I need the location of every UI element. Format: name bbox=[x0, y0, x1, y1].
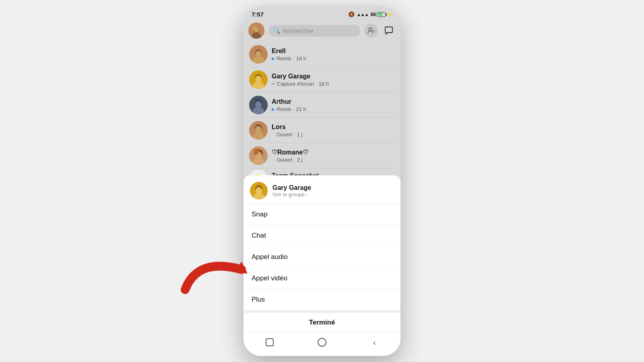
signal-icon: ▲▲▲ bbox=[357, 12, 369, 17]
opened-icon-romane: ▷ bbox=[272, 157, 275, 162]
screenshot-icon-gary: ✂ bbox=[272, 81, 275, 86]
svg-point-11 bbox=[256, 51, 261, 57]
contact-item-erell[interactable]: Erell ▶ Remis · 18 h bbox=[244, 42, 400, 67]
bottom-sheet: Gary Garage Voir le groupe › Snap Chat A… bbox=[244, 175, 400, 356]
sheet-username: Gary Garage bbox=[272, 184, 394, 191]
sheet-avatar-gary bbox=[250, 182, 268, 200]
avatar-erell bbox=[249, 45, 268, 64]
my-avatar[interactable] bbox=[248, 23, 264, 39]
sheet-menu-item-chat[interactable]: Chat bbox=[244, 225, 400, 247]
my-avatar-image bbox=[248, 23, 264, 39]
contact-time-erell: 18 h bbox=[296, 56, 306, 62]
battery-percent: 66 bbox=[371, 12, 376, 17]
nav-square-button[interactable] bbox=[264, 337, 275, 348]
avatar-lors-image bbox=[249, 121, 268, 140]
dot-sep-erell: · bbox=[293, 56, 295, 62]
sheet-done-label: Terminé bbox=[309, 319, 335, 326]
opened-icon-lors: ▷ bbox=[272, 132, 275, 137]
main-content: 🔍 Rechercher bbox=[244, 19, 400, 356]
sheet-header: Gary Garage Voir le groupe › bbox=[244, 175, 400, 204]
avatar-lors bbox=[249, 121, 268, 140]
sheet-menu-item-audio-call[interactable]: Appel audio bbox=[244, 247, 400, 268]
dot-sep-arthur: · bbox=[293, 106, 295, 112]
contact-info-lors: Lors ▷ Ouvert · 1 j bbox=[272, 123, 395, 138]
sheet-menu-label-more: Plus bbox=[252, 296, 265, 303]
battery-indicator: 66 ⚡ bbox=[371, 12, 392, 17]
battery-fill bbox=[378, 13, 382, 16]
sheet-menu-item-snap[interactable]: Snap bbox=[244, 204, 400, 225]
nav-back-button[interactable]: ‹ bbox=[369, 337, 380, 348]
status-time: 7:57 bbox=[252, 11, 264, 18]
contact-status-gary: Capture d'écran bbox=[277, 81, 314, 87]
dot-sep-gary: · bbox=[316, 81, 317, 87]
status-icons: 🔕 ▲▲▲ 66 ⚡ bbox=[348, 11, 392, 17]
dot-sep-lors: · bbox=[294, 132, 295, 138]
nav-home-button[interactable] bbox=[316, 337, 328, 348]
contact-time-arthur: 21 h bbox=[296, 106, 306, 112]
contact-item-lors[interactable]: Lors ▷ Ouvert · 1 j bbox=[244, 118, 400, 143]
sheet-menu-item-more[interactable]: Plus bbox=[244, 289, 400, 311]
avatar-arthur-image bbox=[249, 96, 268, 114]
contact-info-erell: Erell ▶ Remis · 18 h bbox=[272, 47, 395, 62]
search-icon: 🔍 bbox=[273, 27, 280, 34]
home-icon bbox=[318, 338, 326, 347]
sent-icon-arthur: ▶ bbox=[272, 107, 275, 112]
sheet-done-button[interactable]: Terminé bbox=[244, 311, 400, 332]
contact-info-romane: ♡Romane♡ ▷ Ouvert · 2 j bbox=[272, 148, 395, 163]
search-placeholder: Rechercher bbox=[283, 27, 355, 34]
contact-sub-lors: ▷ Ouvert · 1 j bbox=[272, 132, 395, 138]
contact-item-arthur[interactable]: Arthur ▶ Remis · 21 h bbox=[244, 93, 400, 117]
sheet-menu-item-video-call[interactable]: Appel vidéo bbox=[244, 268, 400, 289]
contact-status-arthur: Remis bbox=[277, 106, 291, 112]
contact-item-romane[interactable]: ♡Romane♡ ▷ Ouvert · 2 j bbox=[244, 143, 400, 168]
contact-time-romane: 2 j bbox=[297, 157, 303, 163]
status-bar: 7:57 🔕 ▲▲▲ 66 ⚡ bbox=[244, 6, 400, 19]
svg-point-6 bbox=[369, 28, 372, 31]
contact-time-gary: 18 h bbox=[319, 81, 329, 87]
sheet-user-info: Gary Garage Voir le groupe › bbox=[272, 184, 394, 197]
sheet-menu-label-snap: Snap bbox=[252, 210, 268, 218]
contact-name-erell: Erell bbox=[272, 47, 395, 55]
contact-status-erell: Remis bbox=[277, 56, 291, 62]
avatar-arthur bbox=[249, 96, 268, 114]
avatar-gary-image bbox=[249, 70, 268, 89]
contact-name-romane: ♡Romane♡ bbox=[272, 148, 395, 156]
chevron-right-icon: › bbox=[306, 191, 308, 197]
avatar-erell-image bbox=[249, 45, 268, 64]
dot-sep-romane: · bbox=[294, 157, 295, 163]
sheet-group-link[interactable]: Voir le groupe › bbox=[272, 191, 394, 197]
bell-icon: 🔕 bbox=[348, 11, 355, 17]
contact-list: Erell ▶ Remis · 18 h bbox=[244, 42, 400, 189]
contact-status-romane: Ouvert bbox=[277, 157, 292, 163]
contact-name-gary: Gary Garage bbox=[272, 73, 395, 80]
battery-box bbox=[377, 12, 386, 17]
contact-sub-gary: ✂ Capture d'écran · 18 h bbox=[272, 81, 395, 87]
add-friend-button[interactable] bbox=[364, 24, 378, 37]
contact-sub-erell: ▶ Remis · 18 h bbox=[272, 56, 395, 62]
sent-icon-erell: ▶ bbox=[272, 56, 275, 61]
search-bar[interactable]: 🔍 Rechercher bbox=[268, 25, 360, 37]
chat-icon-button[interactable] bbox=[382, 24, 396, 37]
contact-status-lors: Ouvert bbox=[277, 132, 292, 138]
contact-item-gary[interactable]: Gary Garage ✂ Capture d'écran · 18 h bbox=[244, 67, 400, 92]
lightning-icon: ⚡ bbox=[386, 12, 392, 17]
add-friend-icon bbox=[367, 27, 375, 34]
speech-bubble-icon bbox=[384, 26, 393, 35]
svg-point-5 bbox=[254, 27, 259, 32]
contact-info-gary: Gary Garage ✂ Capture d'écran · 18 h bbox=[272, 73, 395, 87]
avatar-gary bbox=[249, 70, 268, 89]
svg-point-29 bbox=[254, 148, 259, 155]
sheet-menu-label-chat: Chat bbox=[252, 232, 266, 239]
square-icon bbox=[266, 338, 274, 346]
svg-point-23 bbox=[255, 126, 262, 133]
top-bar: 🔍 Rechercher bbox=[244, 19, 400, 42]
sheet-menu-label-audio: Appel audio bbox=[252, 253, 288, 261]
phone-frame: 7:57 🔕 ▲▲▲ 66 ⚡ bbox=[244, 6, 400, 356]
sheet-avatar-gary-image bbox=[250, 182, 268, 200]
avatar-romane bbox=[249, 146, 268, 165]
contact-sub-arthur: ▶ Remis · 21 h bbox=[272, 106, 395, 112]
contact-info-arthur: Arthur ▶ Remis · 21 h bbox=[272, 98, 395, 112]
sheet-group-link-text: Voir le groupe bbox=[272, 191, 305, 197]
contact-name-arthur: Arthur bbox=[272, 98, 395, 105]
contact-name-lors: Lors bbox=[272, 123, 395, 131]
